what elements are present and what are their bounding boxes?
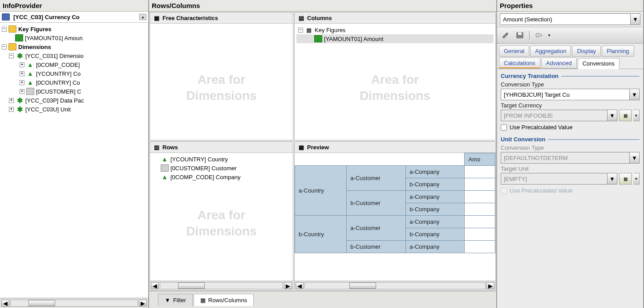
scrollbar-thumb[interactable]	[349, 283, 376, 289]
conversion-type-input[interactable]	[501, 91, 629, 98]
expand-icon[interactable]: +	[9, 107, 14, 112]
tab-planning[interactable]: Planning	[602, 45, 634, 57]
expand-icon[interactable]: +	[9, 98, 14, 103]
key-figure-icon	[15, 34, 23, 41]
collapse-icon[interactable]: −	[2, 45, 7, 49]
target-currency-combo: ▼	[501, 110, 617, 121]
tree-dimensions[interactable]: − Dimensions	[0, 42, 148, 51]
collapse-icon[interactable]: −	[298, 28, 303, 33]
characteristic-icon: ▲	[161, 173, 169, 181]
properties-body: Currency Translation Conversion Type ▼ T…	[497, 69, 643, 203]
free-characteristics-pane[interactable]: ▦ Free Characteristics Area for Dimensio…	[150, 12, 293, 140]
tab-general[interactable]: General	[499, 45, 529, 57]
columns-pane[interactable]: ▤ Columns − ▦ Key Figures [YAMOUNT01] Am…	[294, 12, 496, 140]
tree-key-figures[interactable]: − Key Figures	[0, 25, 148, 33]
tree-dim1[interactable]: − ✱ [YCC_C031] Dimensio	[0, 51, 148, 60]
conversion-type-combo[interactable]: ▼	[501, 89, 640, 100]
columns-item[interactable]: [YAMOUNT01] Amount	[296, 34, 494, 43]
scrollbar-thumb[interactable]	[28, 300, 55, 306]
scroll-left-icon[interactable]: ◀	[151, 282, 159, 289]
row-item[interactable]: [0CUSTOMER] Customer	[152, 164, 291, 172]
characteristic-icon: ▲	[26, 70, 34, 77]
chevron-down-icon[interactable]: ▼	[633, 173, 640, 185]
scroll-right-icon[interactable]: ▶	[284, 282, 292, 289]
rows-pane[interactable]: ▥ Rows ▲ [YCOUNTRY] Country [0CUSTOMER] …	[150, 141, 293, 291]
unit-conversion-group: Unit Conversion Conversion Type ▼ Target…	[501, 136, 640, 194]
rows-header: ▥ Rows	[150, 142, 293, 153]
preview-cell: b-Customer	[347, 241, 406, 253]
scroll-left-icon[interactable]: ◀	[1, 300, 9, 307]
columns-label: Columns	[307, 15, 332, 21]
scroll-right-icon[interactable]: ▶	[486, 282, 494, 289]
tree-char[interactable]: + ▲ [YCOUNTRY] Co	[0, 69, 148, 78]
char-label: [0CUSTOMER] C	[36, 88, 81, 95]
rowscols-panel: Rows/Columns ▦ Free Characteristics Area…	[149, 0, 497, 308]
chevron-down-icon: ▼	[607, 110, 617, 121]
tree-char[interactable]: + ▲ [0COMP_CODE]	[0, 60, 148, 69]
tab-conversions[interactable]: Conversions	[578, 58, 620, 69]
tree-kf-item[interactable]: [YAMOUNT01] Amoun	[0, 33, 148, 42]
tab-filter[interactable]: ▼ Filter	[158, 294, 193, 306]
tree-char[interactable]: + ▲ [0COUNTRY] Co	[0, 78, 148, 87]
tree-dim3[interactable]: + ✱ [YCC_C03U] Unit	[0, 105, 148, 114]
property-selector-input[interactable]	[500, 16, 630, 23]
characteristic-icon: ▲	[161, 156, 169, 163]
expand-icon[interactable]: +	[20, 80, 24, 85]
preview-cell: a-Company	[406, 191, 465, 203]
edit-icon[interactable]	[500, 30, 511, 41]
scrollbar-thumb[interactable]	[178, 283, 205, 289]
infoprovider-hscroll[interactable]: ◀ ▶	[0, 298, 148, 308]
preview-cell: b-Company	[406, 203, 465, 216]
infoprovider-root-row[interactable]: [YCC_C03] Currency Co ▲	[0, 12, 148, 23]
scroll-up-icon[interactable]: ▲	[139, 14, 146, 20]
row-item[interactable]: ▲ [YCOUNTRY] Country	[152, 155, 291, 164]
variable-button[interactable]: ▦	[619, 173, 632, 185]
expand-icon[interactable]: +	[20, 62, 24, 67]
infoprovider-tree[interactable]: − Key Figures [YAMOUNT01] Amoun − Dimens…	[0, 23, 148, 298]
char-label: [0COMP_CODE]	[36, 62, 80, 68]
dim3-label: [YCC_C03U] Unit	[25, 106, 71, 113]
tab-advanced[interactable]: Advanced	[541, 57, 577, 69]
columns-root[interactable]: − ▦ Key Figures	[296, 25, 494, 34]
chevron-down-icon[interactable]: ▼	[629, 89, 639, 100]
technical-name-icon[interactable]	[533, 30, 545, 41]
property-selector-combo[interactable]: ▼	[500, 13, 640, 25]
rows-hscroll[interactable]: ◀ ▶	[150, 281, 293, 290]
columns-root-label: Key Figures	[315, 27, 345, 33]
preview-hscroll[interactable]: ◀ ▶	[295, 281, 495, 290]
columns-icon: ▤	[297, 14, 305, 21]
rows-label: Rows	[162, 144, 178, 151]
tab-aggregation[interactable]: Aggregation	[530, 45, 571, 57]
expand-icon[interactable]: +	[20, 71, 24, 76]
scrollbar-track[interactable]	[10, 300, 138, 307]
tree-char[interactable]: + [0CUSTOMER] C	[0, 87, 148, 96]
checkbox-input	[501, 188, 507, 194]
scrollbar-track[interactable]	[160, 282, 283, 289]
scroll-left-icon[interactable]: ◀	[296, 282, 304, 289]
divider	[548, 139, 640, 140]
row-item-label: [YCOUNTRY] Country	[170, 156, 228, 163]
preview-cell: a-Country	[295, 166, 347, 216]
chevron-down-icon[interactable]: ▼	[633, 110, 640, 121]
scroll-right-icon[interactable]: ▶	[139, 300, 147, 307]
chevron-down-icon[interactable]: ▼	[630, 14, 640, 25]
use-precalc-checkbox[interactable]: Use Precalculated Value	[501, 124, 640, 131]
free-chars-icon: ▦	[153, 14, 161, 21]
currency-translation-group: Currency Translation Conversion Type ▼ T…	[501, 73, 640, 131]
scrollbar-track[interactable]	[304, 282, 486, 289]
preview-cell: b-Company	[406, 178, 465, 191]
collapse-icon[interactable]: −	[2, 27, 7, 32]
expand-icon[interactable]: +	[20, 89, 24, 94]
preview-cell: b-Company	[406, 228, 465, 241]
tab-display[interactable]: Display	[572, 45, 601, 57]
save-icon[interactable]	[514, 30, 526, 41]
row-item[interactable]: ▲ [0COMP_CODE] Company	[152, 172, 291, 181]
tab-calculations[interactable]: Calculations	[499, 57, 540, 69]
tab-rowscols[interactable]: ▦ Rows/Columns	[194, 294, 254, 306]
checkbox-input[interactable]	[501, 124, 507, 131]
chevron-down-icon[interactable]: ▼	[547, 33, 551, 37]
tree-dim2[interactable]: + ✱ [YCC_C03P] Data Pac	[0, 96, 148, 105]
collapse-icon[interactable]: −	[9, 53, 14, 58]
columns-header: ▤ Columns	[295, 12, 495, 24]
variable-button[interactable]: ▦	[619, 110, 632, 121]
